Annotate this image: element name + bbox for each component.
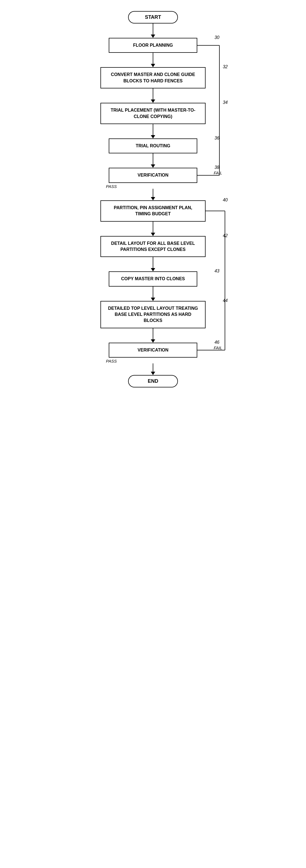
line-8 — [153, 257, 153, 268]
arrowhead-1 — [151, 35, 155, 38]
line-9 — [153, 286, 153, 298]
arrow-7 — [151, 222, 155, 236]
pass-label-1: PASS — [106, 184, 117, 189]
end-node-wrapper: END — [128, 375, 178, 388]
convert-node: CONVERT MASTER AND CLONE GUIDE BLOCKS TO… — [101, 67, 205, 88]
fail-label-2: FAIL — [214, 345, 222, 350]
label-44: 44 — [223, 298, 228, 303]
arrow-9 — [151, 286, 155, 301]
arrowhead-10 — [151, 339, 155, 343]
line-6 — [153, 189, 153, 197]
line-2 — [153, 53, 153, 64]
convert-wrapper: CONVERT MASTER AND CLONE GUIDE BLOCKS TO… — [101, 67, 205, 88]
arrow-8 — [151, 257, 155, 271]
arrowhead-8 — [151, 268, 155, 271]
start-node: START — [128, 11, 178, 24]
label-43: 43 — [215, 269, 219, 274]
label-36: 36 — [215, 136, 219, 141]
detailed-top-node: DETAILED TOP LEVEL LAYOUT TREATING BASE … — [101, 301, 205, 328]
floor-planning-node: FLOOR PLANNING — [109, 38, 197, 53]
label-40: 40 — [223, 197, 228, 203]
detailed-top-wrapper: DETAILED TOP LEVEL LAYOUT TREATING BASE … — [101, 301, 205, 328]
arrow-4 — [151, 124, 155, 138]
label-42: 42 — [223, 233, 228, 238]
label-34: 34 — [223, 100, 228, 105]
trial-placement-wrapper: TRIAL PLACEMENT (WITH MASTER-TO-CLONE CO… — [101, 103, 205, 124]
line-3 — [153, 88, 153, 99]
start-node-wrapper: START — [128, 11, 178, 24]
floor-planning-wrapper: FLOOR PLANNING 30 — [109, 38, 197, 53]
arrowhead-5 — [151, 164, 155, 168]
partition-wrapper: PARTITION, PIN ASSIGNMENT PLAN, TIMING B… — [101, 200, 205, 222]
label-38: 38 — [215, 165, 219, 170]
flowchart: START FLOOR PLANNING 30 CONVERT MASTER A… — [56, 11, 250, 388]
trial-routing-wrapper: TRIAL ROUTING 36 — [109, 138, 197, 153]
trial-routing-node: TRIAL ROUTING — [109, 138, 197, 153]
pass-label-2: PASS — [106, 359, 117, 363]
arrow-3 — [151, 88, 155, 103]
fail-label-1: FAIL — [214, 170, 222, 175]
detail-layout-node: DETAIL LAYOUT FOR ALL BASE LEVEL PARTITI… — [101, 236, 205, 257]
arrowhead-9 — [151, 298, 155, 301]
verification2-node: VERIFICATION — [109, 343, 197, 358]
arrow-1 — [151, 24, 155, 38]
verification1-wrapper: VERIFICATION 38 FAIL — [109, 168, 197, 183]
pass-section-1: PASS — [101, 183, 205, 200]
line-4 — [153, 124, 153, 135]
line-11 — [153, 363, 153, 372]
line-1 — [153, 24, 153, 35]
arrow-5 — [151, 153, 155, 168]
pass-section-2: PASS — [101, 358, 205, 375]
arrowhead-2 — [151, 64, 155, 67]
label-30: 30 — [215, 35, 219, 40]
label-32: 32 — [223, 64, 228, 69]
detail-layout-wrapper: DETAIL LAYOUT FOR ALL BASE LEVEL PARTITI… — [101, 236, 205, 257]
line-5 — [153, 153, 153, 164]
copy-master-node: COPY MASTER INTO CLONES — [109, 271, 197, 286]
arrowhead-6 — [151, 197, 155, 200]
arrowhead-7 — [151, 233, 155, 236]
label-46: 46 — [215, 340, 219, 345]
arrowhead-11 — [151, 372, 155, 375]
arrow-6 — [151, 189, 155, 200]
end-node: END — [128, 375, 178, 388]
arrow-2 — [151, 53, 155, 67]
arrowhead-3 — [151, 99, 155, 103]
verification1-node: VERIFICATION — [109, 168, 197, 183]
arrow-10 — [151, 328, 155, 343]
line-10 — [153, 328, 153, 339]
verification2-wrapper: VERIFICATION 46 FAIL — [109, 343, 197, 358]
trial-placement-node: TRIAL PLACEMENT (WITH MASTER-TO-CLONE CO… — [101, 103, 205, 124]
line-7 — [153, 222, 153, 233]
arrowhead-4 — [151, 135, 155, 138]
arrow-11 — [151, 363, 155, 375]
copy-master-wrapper: COPY MASTER INTO CLONES 43 — [109, 271, 197, 286]
partition-node: PARTITION, PIN ASSIGNMENT PLAN, TIMING B… — [101, 200, 205, 222]
